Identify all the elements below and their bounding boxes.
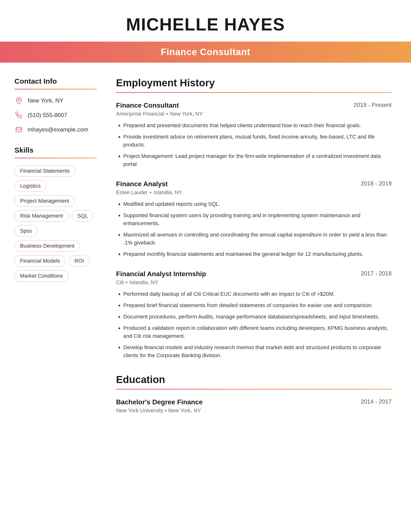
skill-tag: Logistics (15, 180, 47, 192)
job-company: Citi•Islandia, NY (116, 279, 392, 285)
job-bullet: Modified and updated reports using SQL. (123, 200, 392, 208)
contact-email: mhayes@example.com (15, 125, 97, 134)
main-layout: Contact Info New York, NY (0, 63, 411, 428)
edu-degree: Bachelor's Degree Finance (116, 398, 203, 406)
skill-tag: Risk Management (15, 210, 68, 222)
job-title: Financial Analyst Internship (116, 270, 206, 278)
job-bullets: Modified and updated reports using SQL.S… (116, 200, 392, 258)
skill-tag: Market Conditions (15, 270, 68, 282)
job-bullet: Project Management: Lead project manager… (123, 152, 392, 168)
skill-tag: Financial Statements (15, 165, 75, 177)
edu-dates: 2014 - 2017 (361, 398, 392, 405)
contact-section-title: Contact Info (15, 77, 97, 85)
job-company: Estee Lauder•Islandia, NY (116, 189, 392, 196)
candidate-name: MICHELLE HAYES (0, 15, 411, 34)
skills-section: Skills Financial StatementsLogisticsProj… (15, 146, 97, 282)
jobs-container: Finance Consultant 2019 - Present Amerip… (116, 102, 392, 359)
candidate-title: Finance Consultant (161, 47, 251, 57)
job-dates: 2017 - 2018 (361, 270, 392, 277)
skill-tag: SQL (72, 210, 93, 222)
skill-tag: ROI (69, 255, 89, 267)
education-section-title: Education (116, 374, 392, 385)
job-company: Ameriprise Financial•New York, NY (116, 111, 392, 117)
sidebar: Contact Info New York, NY (15, 77, 97, 414)
job-dates: 2019 - Present (354, 102, 392, 108)
education-entry: Bachelor's Degree Finance 2014 - 2017 Ne… (116, 398, 392, 414)
job-entry: Finance Consultant 2019 - Present Amerip… (116, 102, 392, 168)
svg-point-0 (18, 99, 20, 101)
content: Employment History Finance Consultant 20… (116, 77, 392, 414)
job-header: Finance Consultant 2019 - Present (116, 102, 392, 109)
job-bullet: Provide investment advice on retirement … (123, 133, 392, 149)
job-bullet: Develop financial models and industry re… (123, 343, 392, 359)
employment-section-title: Employment History (116, 77, 392, 89)
phone-text: (510) 555-8607 (28, 112, 67, 118)
skills-section-title: Skills (15, 146, 97, 154)
skills-tags: Financial StatementsLogisticsProject Man… (15, 165, 97, 282)
skills-divider (15, 158, 97, 158)
contact-location: New York, NY (15, 96, 97, 105)
skill-tag: Business Development (15, 240, 80, 252)
employment-divider (116, 92, 392, 93)
job-bullet: Prepared brief financial statements from… (123, 301, 392, 309)
job-bullet: Supported financial system users by prov… (123, 211, 392, 227)
contact-divider (15, 89, 97, 89)
education-section: Education Bachelor's Degree Finance 2014… (116, 374, 392, 414)
job-bullet: Prepared and presented documents that he… (123, 121, 392, 129)
svg-rect-1 (16, 127, 21, 132)
email-icon (15, 125, 23, 134)
resume-page: MICHELLE HAYES Finance Consultant Contac… (0, 0, 411, 532)
job-bullet: Produced a validation report in collabor… (123, 324, 392, 340)
education-container: Bachelor's Degree Finance 2014 - 2017 Ne… (116, 398, 392, 414)
edu-school: New York University • New York, NY (116, 408, 392, 414)
contact-phone: (510) 555-8607 (15, 111, 97, 119)
title-banner: Finance Consultant (0, 42, 411, 63)
job-bullets: Performed daily backup of all Citi Criti… (116, 290, 392, 359)
job-title: Finance Consultant (116, 102, 179, 109)
location-icon (15, 96, 23, 105)
phone-icon (15, 111, 23, 119)
job-header: Financial Analyst Internship 2017 - 2018 (116, 270, 392, 278)
job-entry: Finance Analyst 2018 - 2019 Estee Lauder… (116, 180, 392, 258)
job-bullet: Maximized all avenues in controlling and… (123, 231, 392, 247)
job-bullets: Prepared and presented documents that he… (116, 121, 392, 168)
job-bullet: Prepared monthly financial statements an… (123, 250, 392, 258)
skill-tag: Project Management (15, 195, 75, 207)
contact-section: Contact Info New York, NY (15, 77, 97, 134)
job-bullet: Performed daily backup of all Citi Criti… (123, 290, 392, 298)
job-header: Finance Analyst 2018 - 2019 (116, 180, 392, 188)
edu-header: Bachelor's Degree Finance 2014 - 2017 (116, 398, 392, 406)
header: MICHELLE HAYES Finance Consultant (0, 0, 411, 63)
location-text: New York, NY (28, 97, 63, 104)
email-text: mhayes@example.com (28, 126, 88, 133)
education-divider (116, 389, 392, 390)
skill-tag: Financial Models (15, 255, 65, 267)
job-entry: Financial Analyst Internship 2017 - 2018… (116, 270, 392, 359)
employment-section: Employment History Finance Consultant 20… (116, 77, 392, 359)
skill-tag: Spss (15, 225, 37, 237)
job-bullet: Document procedures, perform Audits, man… (123, 313, 392, 321)
job-dates: 2018 - 2019 (361, 180, 392, 187)
job-title: Finance Analyst (116, 180, 168, 188)
